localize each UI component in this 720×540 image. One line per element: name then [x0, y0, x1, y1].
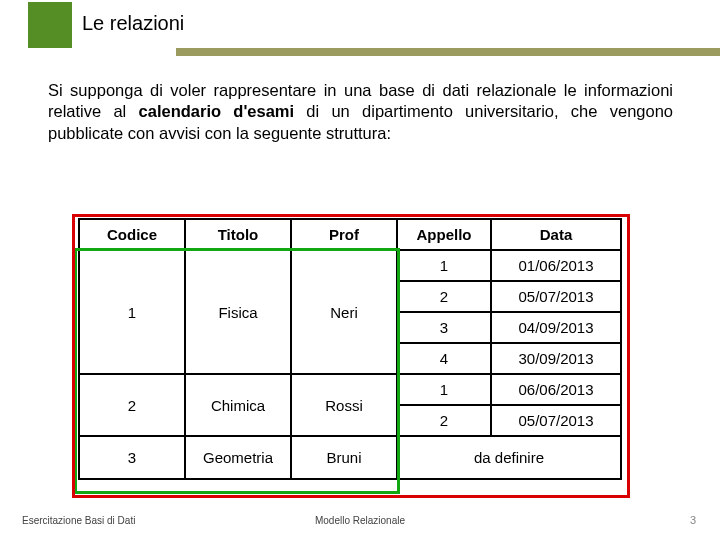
body-text-bold: calendario d'esami [139, 102, 295, 120]
cell-data: 01/06/2013 [492, 251, 620, 281]
cell-appello: 1 [398, 251, 490, 281]
cell-titolo: Fisica [185, 250, 291, 374]
cell-appello: 3 [398, 312, 490, 343]
cell-codice: 2 [79, 374, 185, 436]
cell-data: 05/07/2013 [492, 405, 620, 435]
cell-data: 30/09/2013 [492, 343, 620, 373]
footer-center: Modello Relazionale [0, 515, 720, 526]
header-titolo: Titolo [185, 219, 291, 250]
cell-appello: 4 [398, 343, 490, 373]
cell-appello: 2 [398, 405, 490, 435]
table-row: 3 Geometria Bruni da definire [79, 436, 621, 479]
cell-codice: 3 [79, 436, 185, 479]
table-row: 2 Chimica Rossi 1 2 06/06/2013 05/07/201… [79, 374, 621, 436]
cell-titolo: Chimica [185, 374, 291, 436]
accent-block [28, 2, 72, 48]
cell-data-group: 01/06/2013 05/07/2013 04/09/2013 30/09/2… [491, 250, 621, 374]
body-paragraph: Si supponga di voler rappresentare in un… [48, 80, 673, 144]
cell-appello: 1 [398, 375, 490, 405]
cell-appello-group: 1 2 3 4 [397, 250, 491, 374]
cell-appello-group: 1 2 [397, 374, 491, 436]
cell-prof: Rossi [291, 374, 397, 436]
cell-data: 04/09/2013 [492, 312, 620, 343]
exam-table-container: Codice Titolo Prof Appello Data 1 Fisica… [78, 218, 622, 480]
header-appello: Appello [397, 219, 491, 250]
header-prof: Prof [291, 219, 397, 250]
header-data: Data [491, 219, 621, 250]
footer-page-number: 3 [690, 514, 696, 526]
cell-appello: 2 [398, 281, 490, 312]
cell-prof: Neri [291, 250, 397, 374]
exam-table: Codice Titolo Prof Appello Data 1 Fisica… [78, 218, 622, 480]
table-header-row: Codice Titolo Prof Appello Data [79, 219, 621, 250]
cell-merged-da-definire: da definire [397, 436, 621, 479]
cell-data: 06/06/2013 [492, 375, 620, 405]
cell-codice: 1 [79, 250, 185, 374]
cell-data-group: 06/06/2013 05/07/2013 [491, 374, 621, 436]
cell-titolo: Geometria [185, 436, 291, 479]
cell-prof: Bruni [291, 436, 397, 479]
table-row: 1 Fisica Neri 1 2 3 4 01/06/2013 05/07/2… [79, 250, 621, 374]
title-underline [176, 48, 720, 56]
header-codice: Codice [79, 219, 185, 250]
slide-title: Le relazioni [82, 12, 184, 35]
cell-data: 05/07/2013 [492, 281, 620, 312]
